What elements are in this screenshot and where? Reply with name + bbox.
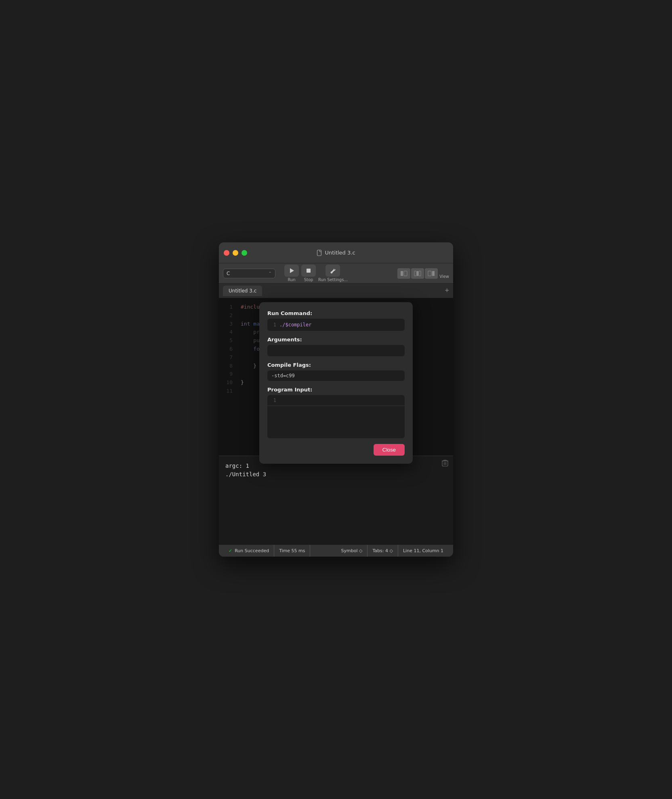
program-input-label: Program Input: bbox=[267, 387, 405, 393]
program-input-header: 1 bbox=[267, 395, 405, 406]
svg-marker-1 bbox=[290, 268, 294, 273]
time-label: Time 55 ms bbox=[279, 548, 305, 553]
view-label: View bbox=[439, 274, 449, 279]
app-window: Untitled 3.c C ⌃ Run Stop bbox=[219, 242, 453, 557]
tab-untitled[interactable]: Untitled 3.c bbox=[223, 286, 262, 296]
chevron-icon: ⌃ bbox=[269, 271, 272, 275]
svg-rect-0 bbox=[317, 250, 321, 256]
maximize-traffic-light[interactable] bbox=[242, 250, 247, 256]
run-status-label: Run Succeeded bbox=[235, 548, 269, 553]
symbol-item[interactable]: Symbol ◇ bbox=[336, 545, 368, 557]
titlebar: Untitled 3.c bbox=[219, 242, 453, 263]
settings-toolbar-item: Run Settings... bbox=[318, 265, 348, 282]
program-input-body[interactable] bbox=[267, 406, 405, 438]
compile-flags-label: Compile Flags: bbox=[267, 362, 405, 368]
traffic-lights bbox=[224, 250, 247, 256]
main-content: 1 2 3 4 5 6 7 8 9 10 11 #inclu int ma pr… bbox=[219, 298, 453, 456]
window-title-area: Untitled 3.c bbox=[317, 250, 355, 256]
symbol-label: Symbol ◇ bbox=[341, 548, 363, 553]
position-item: Line 11, Column 1 bbox=[398, 545, 448, 557]
view-left-icon bbox=[400, 271, 407, 276]
file-icon bbox=[317, 250, 322, 256]
add-tab-button[interactable]: + bbox=[445, 286, 449, 295]
stop-button[interactable] bbox=[301, 265, 316, 277]
tab-label: Untitled 3.c bbox=[229, 288, 256, 294]
svg-rect-5 bbox=[414, 271, 416, 276]
view-center-button[interactable] bbox=[411, 268, 424, 279]
minimize-traffic-light[interactable] bbox=[233, 250, 238, 256]
run-button[interactable] bbox=[284, 265, 299, 277]
stop-icon bbox=[306, 268, 311, 273]
run-settings-button[interactable] bbox=[326, 265, 340, 277]
program-input-line-num: 1 bbox=[271, 397, 276, 403]
svg-rect-2 bbox=[307, 269, 311, 273]
stop-toolbar-item: Stop bbox=[301, 265, 316, 282]
modal-overlay: Run Command: 1 ./$compiler Arguments: Co… bbox=[219, 298, 453, 456]
tabbar: Untitled 3.c + bbox=[219, 284, 453, 298]
svg-rect-8 bbox=[428, 271, 431, 276]
close-traffic-light[interactable] bbox=[224, 250, 229, 256]
terminal-toolbar[interactable] bbox=[442, 459, 448, 467]
run-cmd-line-num: 1 bbox=[271, 322, 276, 328]
svg-rect-4 bbox=[404, 271, 407, 276]
run-label: Run bbox=[288, 278, 295, 282]
settings-label: Run Settings... bbox=[318, 278, 348, 282]
run-settings-modal: Run Command: 1 ./$compiler Arguments: Co… bbox=[259, 302, 413, 464]
compile-flags-value: -std=c99 bbox=[271, 373, 295, 378]
compile-flags-area[interactable]: -std=c99 bbox=[267, 370, 405, 381]
trash-icon[interactable] bbox=[442, 459, 448, 467]
view-buttons: View bbox=[397, 268, 449, 279]
tabs-label: Tabs: 4 ◇ bbox=[372, 548, 393, 553]
run-command-value: ./$compiler bbox=[279, 322, 311, 328]
window-title: Untitled 3.c bbox=[325, 250, 355, 256]
run-toolbar-item: Run bbox=[284, 265, 299, 282]
terminal: argc: 1 ./Untitled 3 bbox=[219, 456, 453, 545]
run-command-label: Run Command: bbox=[267, 310, 405, 316]
view-center-icon bbox=[414, 271, 421, 276]
view-right-button[interactable] bbox=[425, 268, 438, 279]
time-item: Time 55 ms bbox=[274, 545, 310, 557]
statusbar: ✓ Run Succeeded Time 55 ms Symbol ◇ Tabs… bbox=[219, 545, 453, 557]
program-input-area[interactable]: 1 bbox=[267, 395, 405, 438]
close-button[interactable]: Close bbox=[374, 444, 405, 456]
run-success-icon: ✓ bbox=[229, 548, 232, 553]
stop-label: Stop bbox=[304, 278, 313, 282]
language-label: C bbox=[227, 271, 230, 276]
svg-rect-9 bbox=[432, 271, 435, 276]
play-icon bbox=[289, 268, 294, 273]
terminal-content: argc: 1 ./Untitled 3 bbox=[225, 462, 447, 479]
language-selector[interactable]: C ⌃ bbox=[223, 269, 275, 278]
terminal-line-2: ./Untitled 3 bbox=[225, 470, 447, 479]
toolbar: C ⌃ Run Stop bbox=[219, 263, 453, 284]
view-left-button[interactable] bbox=[397, 268, 410, 279]
position-label: Line 11, Column 1 bbox=[403, 548, 443, 553]
tabs-item[interactable]: Tabs: 4 ◇ bbox=[368, 545, 398, 557]
arguments-area[interactable] bbox=[267, 345, 405, 356]
arguments-label: Arguments: bbox=[267, 336, 405, 343]
view-right-icon bbox=[428, 271, 435, 276]
svg-rect-3 bbox=[401, 271, 403, 276]
run-command-area[interactable]: 1 ./$compiler bbox=[267, 319, 405, 331]
svg-rect-7 bbox=[419, 271, 421, 276]
run-status-item: ✓ Run Succeeded bbox=[224, 545, 274, 557]
svg-rect-6 bbox=[417, 271, 418, 276]
wrench-icon bbox=[330, 268, 336, 273]
close-btn-container: Close bbox=[267, 444, 405, 456]
